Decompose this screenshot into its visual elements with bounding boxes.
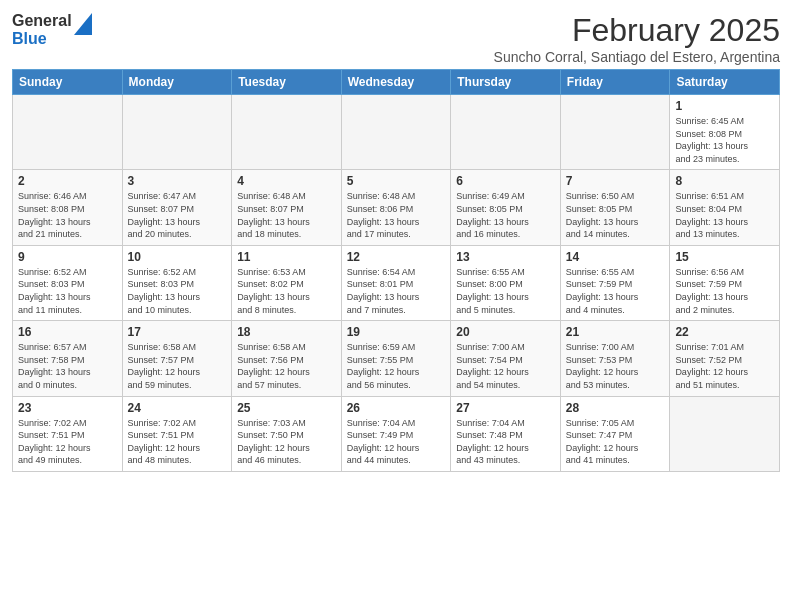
day-number: 1 [675, 99, 774, 113]
calendar-day-cell: 8Sunrise: 6:51 AM Sunset: 8:04 PM Daylig… [670, 170, 780, 245]
day-number: 11 [237, 250, 336, 264]
calendar-day-cell: 14Sunrise: 6:55 AM Sunset: 7:59 PM Dayli… [560, 245, 670, 320]
weekday-header: Friday [560, 70, 670, 95]
day-info: Sunrise: 6:57 AM Sunset: 7:58 PM Dayligh… [18, 341, 117, 391]
day-number: 9 [18, 250, 117, 264]
weekday-header: Saturday [670, 70, 780, 95]
weekday-header: Thursday [451, 70, 561, 95]
title-block: February 2025 Suncho Corral, Santiago de… [494, 12, 780, 65]
day-info: Sunrise: 6:48 AM Sunset: 8:07 PM Dayligh… [237, 190, 336, 240]
day-number: 26 [347, 401, 446, 415]
day-number: 20 [456, 325, 555, 339]
calendar-day-cell: 17Sunrise: 6:58 AM Sunset: 7:57 PM Dayli… [122, 321, 232, 396]
calendar-week-row: 23Sunrise: 7:02 AM Sunset: 7:51 PM Dayli… [13, 396, 780, 471]
day-number: 6 [456, 174, 555, 188]
weekday-header: Sunday [13, 70, 123, 95]
calendar-day-cell [560, 95, 670, 170]
day-info: Sunrise: 6:52 AM Sunset: 8:03 PM Dayligh… [128, 266, 227, 316]
day-number: 7 [566, 174, 665, 188]
calendar-day-cell: 18Sunrise: 6:58 AM Sunset: 7:56 PM Dayli… [232, 321, 342, 396]
calendar-week-row: 16Sunrise: 6:57 AM Sunset: 7:58 PM Dayli… [13, 321, 780, 396]
calendar-table: SundayMondayTuesdayWednesdayThursdayFrid… [12, 69, 780, 472]
day-number: 25 [237, 401, 336, 415]
calendar-day-cell [13, 95, 123, 170]
day-number: 22 [675, 325, 774, 339]
calendar-day-cell: 28Sunrise: 7:05 AM Sunset: 7:47 PM Dayli… [560, 396, 670, 471]
logo-icon [74, 13, 92, 35]
day-number: 18 [237, 325, 336, 339]
calendar-day-cell: 7Sunrise: 6:50 AM Sunset: 8:05 PM Daylig… [560, 170, 670, 245]
day-number: 23 [18, 401, 117, 415]
day-info: Sunrise: 6:50 AM Sunset: 8:05 PM Dayligh… [566, 190, 665, 240]
day-info: Sunrise: 6:45 AM Sunset: 8:08 PM Dayligh… [675, 115, 774, 165]
calendar-week-row: 1Sunrise: 6:45 AM Sunset: 8:08 PM Daylig… [13, 95, 780, 170]
day-number: 16 [18, 325, 117, 339]
weekday-header-row: SundayMondayTuesdayWednesdayThursdayFrid… [13, 70, 780, 95]
calendar-week-row: 9Sunrise: 6:52 AM Sunset: 8:03 PM Daylig… [13, 245, 780, 320]
calendar-day-cell: 5Sunrise: 6:48 AM Sunset: 8:06 PM Daylig… [341, 170, 451, 245]
calendar-day-cell: 3Sunrise: 6:47 AM Sunset: 8:07 PM Daylig… [122, 170, 232, 245]
calendar-day-cell [341, 95, 451, 170]
calendar-day-cell [232, 95, 342, 170]
calendar-day-cell: 1Sunrise: 6:45 AM Sunset: 8:08 PM Daylig… [670, 95, 780, 170]
day-number: 14 [566, 250, 665, 264]
calendar-day-cell: 26Sunrise: 7:04 AM Sunset: 7:49 PM Dayli… [341, 396, 451, 471]
logo: General Blue [12, 12, 92, 47]
day-info: Sunrise: 7:05 AM Sunset: 7:47 PM Dayligh… [566, 417, 665, 467]
day-number: 10 [128, 250, 227, 264]
calendar-day-cell: 4Sunrise: 6:48 AM Sunset: 8:07 PM Daylig… [232, 170, 342, 245]
day-info: Sunrise: 7:01 AM Sunset: 7:52 PM Dayligh… [675, 341, 774, 391]
month-title: February 2025 [494, 12, 780, 49]
calendar-day-cell: 27Sunrise: 7:04 AM Sunset: 7:48 PM Dayli… [451, 396, 561, 471]
day-info: Sunrise: 6:58 AM Sunset: 7:57 PM Dayligh… [128, 341, 227, 391]
calendar-day-cell: 24Sunrise: 7:02 AM Sunset: 7:51 PM Dayli… [122, 396, 232, 471]
calendar-day-cell: 22Sunrise: 7:01 AM Sunset: 7:52 PM Dayli… [670, 321, 780, 396]
day-number: 4 [237, 174, 336, 188]
calendar-day-cell [451, 95, 561, 170]
logo-general-text: General [12, 12, 72, 30]
calendar-day-cell: 20Sunrise: 7:00 AM Sunset: 7:54 PM Dayli… [451, 321, 561, 396]
calendar-day-cell: 10Sunrise: 6:52 AM Sunset: 8:03 PM Dayli… [122, 245, 232, 320]
calendar-day-cell: 6Sunrise: 6:49 AM Sunset: 8:05 PM Daylig… [451, 170, 561, 245]
day-number: 28 [566, 401, 665, 415]
day-info: Sunrise: 6:55 AM Sunset: 8:00 PM Dayligh… [456, 266, 555, 316]
day-info: Sunrise: 7:02 AM Sunset: 7:51 PM Dayligh… [18, 417, 117, 467]
day-info: Sunrise: 7:04 AM Sunset: 7:48 PM Dayligh… [456, 417, 555, 467]
day-info: Sunrise: 6:52 AM Sunset: 8:03 PM Dayligh… [18, 266, 117, 316]
logo-blue-text: Blue [12, 30, 72, 48]
day-info: Sunrise: 6:58 AM Sunset: 7:56 PM Dayligh… [237, 341, 336, 391]
page-header: General Blue February 2025 Suncho Corral… [12, 12, 780, 65]
weekday-header: Wednesday [341, 70, 451, 95]
day-number: 27 [456, 401, 555, 415]
location-subtitle: Suncho Corral, Santiago del Estero, Arge… [494, 49, 780, 65]
day-info: Sunrise: 6:51 AM Sunset: 8:04 PM Dayligh… [675, 190, 774, 240]
calendar-day-cell: 11Sunrise: 6:53 AM Sunset: 8:02 PM Dayli… [232, 245, 342, 320]
calendar-day-cell: 9Sunrise: 6:52 AM Sunset: 8:03 PM Daylig… [13, 245, 123, 320]
day-number: 12 [347, 250, 446, 264]
calendar-day-cell: 25Sunrise: 7:03 AM Sunset: 7:50 PM Dayli… [232, 396, 342, 471]
day-number: 3 [128, 174, 227, 188]
weekday-header: Tuesday [232, 70, 342, 95]
calendar-day-cell [122, 95, 232, 170]
day-info: Sunrise: 6:54 AM Sunset: 8:01 PM Dayligh… [347, 266, 446, 316]
svg-marker-0 [74, 13, 92, 35]
day-number: 24 [128, 401, 227, 415]
day-info: Sunrise: 7:00 AM Sunset: 7:54 PM Dayligh… [456, 341, 555, 391]
calendar-day-cell: 16Sunrise: 6:57 AM Sunset: 7:58 PM Dayli… [13, 321, 123, 396]
calendar-week-row: 2Sunrise: 6:46 AM Sunset: 8:08 PM Daylig… [13, 170, 780, 245]
day-info: Sunrise: 7:03 AM Sunset: 7:50 PM Dayligh… [237, 417, 336, 467]
day-info: Sunrise: 6:46 AM Sunset: 8:08 PM Dayligh… [18, 190, 117, 240]
day-info: Sunrise: 6:53 AM Sunset: 8:02 PM Dayligh… [237, 266, 336, 316]
day-info: Sunrise: 6:47 AM Sunset: 8:07 PM Dayligh… [128, 190, 227, 240]
weekday-header: Monday [122, 70, 232, 95]
day-number: 15 [675, 250, 774, 264]
day-info: Sunrise: 6:56 AM Sunset: 7:59 PM Dayligh… [675, 266, 774, 316]
calendar-day-cell: 23Sunrise: 7:02 AM Sunset: 7:51 PM Dayli… [13, 396, 123, 471]
day-info: Sunrise: 7:02 AM Sunset: 7:51 PM Dayligh… [128, 417, 227, 467]
day-info: Sunrise: 7:00 AM Sunset: 7:53 PM Dayligh… [566, 341, 665, 391]
calendar-day-cell: 15Sunrise: 6:56 AM Sunset: 7:59 PM Dayli… [670, 245, 780, 320]
day-number: 21 [566, 325, 665, 339]
day-info: Sunrise: 6:55 AM Sunset: 7:59 PM Dayligh… [566, 266, 665, 316]
calendar-day-cell: 12Sunrise: 6:54 AM Sunset: 8:01 PM Dayli… [341, 245, 451, 320]
day-number: 19 [347, 325, 446, 339]
